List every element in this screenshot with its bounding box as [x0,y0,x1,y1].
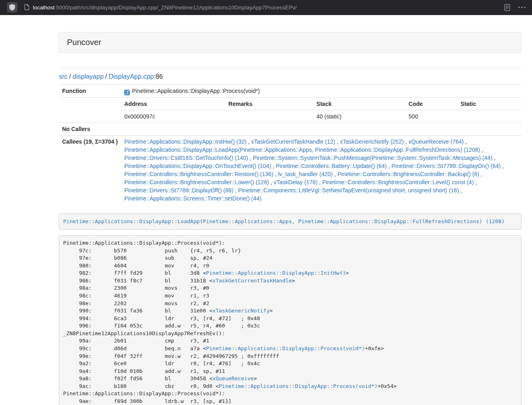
url-bar[interactable]: localhost:5000/path/src/displayapp/Displ… [24,4,504,11]
app-title: Puncover [67,38,101,47]
divider [59,68,521,68]
disassembly-symbol-link[interactable]: Pinetime::Applications::DisplayApp::Proc… [219,383,377,389]
disassembly-symbol-link[interactable]: Pinetime::Applications::DisplayApp::Proc… [206,345,365,351]
breadcrumb-line-number: 86 [155,73,163,80]
callees-label: Callees (19, Σ=3704 ) [59,136,121,205]
callee-link[interactable]: Pinetime::Drivers::St7789::DisplayOff() … [124,187,233,194]
details-table: Address Remarks Stack Code Static 0x0000… [121,98,521,123]
no-callers-label: No Callers [59,123,121,136]
callee-link[interactable]: xTaskGenericNotify (252) [340,138,404,145]
breadcrumb-separator: / [69,73,71,80]
callee-link[interactable]: Pinetime::Applications::Screens::Timer::… [124,195,261,202]
callees-row: Callees (19, Σ=3704 ) Pinetime::Applicat… [59,136,521,205]
remarks-value [225,110,313,123]
callee-link[interactable]: Pinetime::Controllers::BrightnessControl… [322,179,474,185]
column-header-static: Static [457,98,521,110]
code-value: 500 [405,110,457,123]
no-callers-row: No Callers [59,123,521,136]
function-label: Function [59,85,121,98]
page-content: Puncover src/displayapp/DisplayApp.cpp:8… [59,15,521,405]
code-snippet: Pinetime::Applications::DisplayApp::Load… [59,213,521,230]
column-header-address: Address [121,98,225,110]
symbol-table: Function ƒPinetime::Applications::Displa… [59,84,521,205]
disassembly-symbol-link[interactable]: xQueueReceive [212,375,254,381]
column-header-stack: Stack [313,98,405,110]
function-row: Function ƒPinetime::Applications::Displa… [59,85,521,98]
callee-link[interactable]: Pinetime::System::SystemTask::PushMessag… [253,155,493,161]
breadcrumb-link-src[interactable]: src [59,73,67,80]
callee-link[interactable]: xQueueReceive (764) [409,138,464,145]
page-icon [24,4,30,11]
breadcrumb: src/displayapp/DisplayApp.cpp:86 [59,73,521,80]
breadcrumb-link-file[interactable]: DisplayApp.cpp: [109,73,156,80]
callee-link[interactable]: Pinetime::Drivers::St7789::DisplayOn() (… [392,163,501,169]
function-name-cell: ƒPinetime::Applications::DisplayApp::Pro… [121,85,521,98]
callee-link[interactable]: Pinetime::Applications::DisplayApp::Load… [124,146,480,153]
breadcrumb-link-displayapp[interactable]: displayapp [73,73,104,80]
callee-link[interactable]: lv_task_handler (420) [278,171,333,177]
static-value [457,110,521,123]
callee-link[interactable]: vTaskDelay (176) [274,179,317,185]
address-value: 0x0000097c [121,110,225,123]
url-path: :5000/path/src/displayapp/DisplayApp.cpp… [54,4,297,11]
overflow-menu-button[interactable] [518,6,526,8]
app-title-box: Puncover [59,32,521,53]
details-cell: Address Remarks Stack Code Static 0x0000… [121,98,521,123]
details-row-label [59,98,121,123]
url-text: localhost:5000/path/src/displayapp/Displ… [33,4,297,11]
stack-value: 40 (static) [313,110,405,123]
breadcrumb-separator: / [105,73,107,80]
disassembly-symbol-link[interactable]: xTaskGetCurrentTaskHandle [212,278,292,284]
reader-mode-button[interactable] [504,4,510,11]
callee-link[interactable]: Pinetime::Controllers::BrightnessControl… [124,171,273,177]
browser-chrome: localhost:5000/path/src/displayapp/Displ… [0,0,532,15]
chrome-right-controls [504,4,526,11]
callee-link[interactable]: Pinetime::Controllers::BrightnessControl… [337,171,479,177]
callee-link[interactable]: Pinetime::Controllers::BrightnessControl… [124,179,269,185]
url-host: localhost [33,4,54,11]
disassembly-symbol-link[interactable]: xTaskGenericNotify [212,308,269,314]
callees-list: Pinetime::Applications::DisplayApp::Init… [121,136,521,205]
function-icon: ƒ [124,90,130,95]
details-row: Address Remarks Stack Code Static 0x0000… [59,98,521,123]
column-header-remarks: Remarks [225,98,313,110]
callee-link[interactable]: Pinetime::Controllers::Battery::Update()… [276,163,387,169]
details-value-row: 0x0000097c 40 (static) 500 [121,110,521,123]
column-header-code: Code [405,98,457,110]
reader-mode-icon [504,4,510,11]
shield-icon [9,4,15,11]
callee-link[interactable]: Pinetime::Components::LittleVgl::SetNewT… [238,187,459,194]
shield-button[interactable] [7,2,17,13]
callee-link[interactable]: Pinetime::Applications::DisplayApp::Init… [124,138,246,145]
loadapp-snippet-link[interactable]: Pinetime::Applications::DisplayApp::Load… [63,218,505,224]
no-callers-cell [121,123,521,136]
disassembly-symbol-link[interactable]: Pinetime::Applications::DisplayApp::Init… [206,270,346,276]
overflow-menu-icon [518,6,526,8]
details-header-row: Address Remarks Stack Code Static [121,98,521,110]
callee-link[interactable]: xTaskGetCurrentTaskHandle (12) [251,138,335,145]
callee-link[interactable]: Pinetime::Drivers::Cst816S::GetTouchInfo… [124,155,248,161]
function-name: Pinetime::Applications::DisplayApp::Proc… [132,88,260,94]
disassembly: Pinetime::Applications::DisplayApp::Proc… [59,235,521,405]
callee-link[interactable]: Pinetime::Applications::DisplayApp::OnTo… [124,163,271,169]
